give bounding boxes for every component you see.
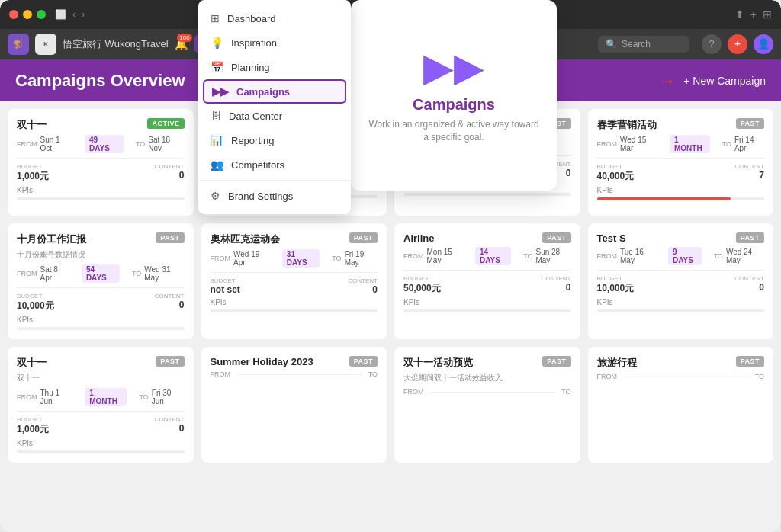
window-controls: ⬜ ‹ › [55,9,85,20]
from-label: FROM [211,370,231,378]
notification-badge: 100 [177,34,191,42]
new-campaign-button[interactable]: + New Campaign [683,75,766,87]
brand-avatar: 🐒 [8,34,29,55]
card-header: Test S PAST [597,232,765,244]
minimize-button[interactable] [23,10,32,19]
notification-bell[interactable]: 🔔 100 [175,38,188,50]
close-button[interactable] [9,10,18,19]
campaign-card[interactable]: 双十一 PAST 双十一 FROM Thu 1 Jun 1 MONTH TO F… [8,347,194,463]
from-label: FROM [211,255,231,262]
budget-item: BUDGET 1,000元 [17,416,49,436]
kpis-label: KPIs [403,298,571,306]
from-date: Thu 1 Jun [40,389,73,405]
from-date: Tue 16 May [620,248,656,264]
content-label: CONTENT [155,416,185,423]
budget-value: 40,000元 [597,170,635,183]
card-header: 十月份工作汇报 PAST [17,232,185,246]
budget-item: BUDGET not set [211,277,240,295]
back-button[interactable]: ‹ [72,9,76,20]
menu-item-competitors[interactable]: 👥Competitors [198,152,351,177]
grid-icon[interactable]: ⊞ [763,8,772,21]
menu-item-planning[interactable]: 📅Planning [198,55,351,79]
from-date: Wed 15 Mar [620,136,657,152]
budget-label: BUDGET [17,416,49,423]
to-label: TO [722,140,731,148]
to-label: TO [139,393,148,401]
menu-icon-inspiration: 💡 [211,37,223,49]
brand-avatar-2: K [35,34,56,55]
menu-item-inspiration[interactable]: 💡Inspiration [198,30,351,55]
progress-bar-container [597,309,765,312]
budget-row: BUDGET 1,000元 CONTENT 0 [17,416,185,436]
menu-icon-campaigns: ▶▶ [212,85,229,98]
budget-value: 10,000元 [17,300,54,312]
search-bar[interactable]: 🔍 Search [598,36,689,53]
card-subtitle: 双十一 [17,373,185,383]
maximize-button[interactable] [37,10,46,19]
from-label: FROM [597,252,618,260]
days-badge: 49 DAYS [85,135,124,153]
budget-value: not set [211,284,240,295]
share-icon[interactable]: ⬆ [735,8,744,21]
budget-label: BUDGET [597,275,635,282]
campaign-card[interactable]: Summer Holiday 2023 PAST FROM TO [201,347,387,463]
menu-label-dashboard: Dashboard [227,13,276,24]
campaign-card[interactable]: 双十一 ACTIVE FROM Sun 1 Oct 49 DAYS TO Sat… [8,109,194,216]
menu-item-brand-settings[interactable]: ⚙Brand Settings [198,184,351,208]
date-row: FROM Wed 19 Apr 31 DAYS TO Fri 19 May [211,249,378,268]
page-container: ⬜ ‹ › 🔒 app.kawo.com ↻ ⬆ + ⊞ 🐒 K 悟空旅行 Wu… [0,0,781,532]
status-badge: PAST [349,356,378,367]
status-badge: ACTIVE [147,118,184,129]
menu-icon-competitors: 👥 [211,159,223,171]
menu-icon-reporting: 📊 [211,134,223,146]
menu-item-dashboard[interactable]: ⊞Dashboard [198,6,351,30]
progress-bar-container [597,197,765,200]
card-header: 双十一 PAST [17,356,185,370]
content-label: CONTENT [155,293,185,300]
to-label: TO [136,140,145,148]
status-badge: PAST [736,356,764,367]
new-tab-icon[interactable]: + [750,8,757,21]
kpis-label: KPIs [17,316,185,324]
date-row: FROM Sun 1 Oct 49 DAYS TO Sat 18 Nov [17,135,185,153]
divider [17,411,185,412]
kpis-label: KPIs [211,298,378,306]
divider [17,287,185,288]
content-label: CONTENT [734,163,764,170]
to-date: Wed 24 May [726,248,764,264]
to-date: Fri 30 Jun [152,389,185,405]
brand-name: 悟空旅行 WukongTravel [63,37,169,51]
to-label: TO [561,388,570,396]
campaign-card[interactable]: 双十一活动预览 PAST 大促期间双十一活动效益收入 FROM TO [394,347,580,463]
budget-item: BUDGET 1,000元 [17,163,49,183]
from-label: FROM [17,393,37,401]
campaign-card[interactable]: 奥林匹克运动会 PAST FROM Wed 19 Apr 31 DAYS TO … [201,223,387,339]
menu-icon-data-center: 🗄 [211,110,221,122]
forward-button[interactable]: › [82,9,85,20]
dropdown-menu[interactable]: ⊞Dashboard💡Inspiration📅Planning▶▶Campaig… [198,0,351,214]
campaign-card[interactable]: 旅游行程 PAST FROM TO [588,347,774,463]
budget-label: BUDGET [17,163,49,170]
from-date: Wed 19 Apr [233,250,270,267]
menu-label-inspiration: Inspiration [231,37,277,49]
campaign-card[interactable]: Airline PAST FROM Mon 15 May 14 DAYS TO … [394,223,580,339]
menu-item-data-center[interactable]: 🗄Data Center [198,104,351,128]
card-title: 春季营销活动 [597,118,657,132]
content-item: CONTENT 0 [348,277,378,295]
divider [211,272,378,273]
progress-bar-container [403,193,571,196]
from-label: FROM [597,140,618,148]
menu-item-reporting[interactable]: 📊Reporting [198,128,351,152]
user-avatar[interactable]: 👤 [754,34,773,54]
menu-item-campaigns[interactable]: ▶▶Campaigns [203,79,346,104]
campaign-card[interactable]: 春季营销活动 PAST FROM Wed 15 Mar 1 MONTH TO F… [588,109,774,216]
add-button[interactable]: + [728,34,747,54]
date-row: FROM TO [403,388,571,396]
content-item: CONTENT 0 [734,275,764,295]
budget-value: 1,000元 [17,423,49,436]
budget-label: BUDGET [597,163,635,170]
campaign-card[interactable]: 十月份工作汇报 PAST 十月份账号数据情况 FROM Sat 8 Apr 54… [8,223,194,339]
help-button[interactable]: ? [702,34,722,54]
arrow-indicator: → [657,70,676,91]
campaign-card[interactable]: Test S PAST FROM Tue 16 May 9 DAYS TO We… [588,223,774,339]
